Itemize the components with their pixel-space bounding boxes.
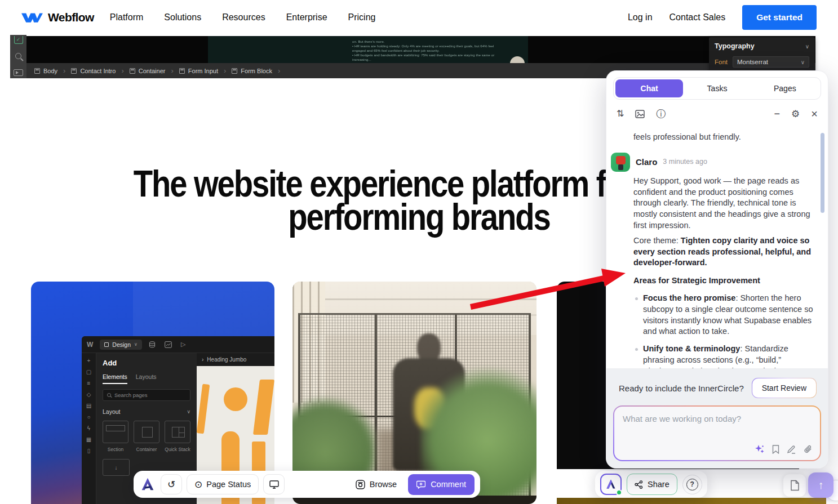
breadcrumb-contact-intro[interactable]: Contact Intro <box>71 68 116 74</box>
nav-item-resources[interactable]: Resources <box>222 12 265 23</box>
pencil-icon[interactable] <box>787 445 796 454</box>
bullet-lead: Focus the hero promise <box>643 293 735 302</box>
nav-right: Log in Contact Sales Get started <box>628 5 817 30</box>
layout-thumb-quick-stack[interactable]: Quick Stack <box>165 421 190 452</box>
browse-label: Browse <box>370 480 397 489</box>
breadcrumb-label: Contact Intro <box>80 68 116 74</box>
breadcrumb-label: Form Input <box>188 68 218 74</box>
comment-button[interactable]: Comment <box>408 474 475 495</box>
tab-layouts[interactable]: Layouts <box>136 373 157 384</box>
layers-icon[interactable]: ▤ <box>86 403 91 409</box>
zoom-icon[interactable] <box>15 53 21 59</box>
preview-play-icon[interactable]: ▷ <box>181 341 185 348</box>
review-question: Ready to include the InnerCircle? <box>619 383 744 393</box>
add-icon[interactable]: + <box>87 358 91 364</box>
element-icon <box>71 68 77 74</box>
author-name: Claro <box>636 157 657 168</box>
tab-pages[interactable]: Pages <box>751 79 819 97</box>
pages-icon[interactable]: ▢ <box>86 369 91 375</box>
nav-links: Platform Solutions Resources Enterprise … <box>110 12 376 23</box>
help-icon: ? <box>686 479 698 490</box>
sort-icon[interactable]: ⇅ <box>617 109 624 118</box>
bookmark-icon[interactable] <box>772 445 779 454</box>
page-status-button[interactable]: ⊙ Page Status <box>187 474 259 494</box>
undo-icon: ↺ <box>167 479 175 490</box>
analytics-chart-icon[interactable] <box>165 341 172 348</box>
message-core-theme: Core theme: Tighten copy clarity and voi… <box>633 235 813 269</box>
help-button[interactable]: ? <box>682 475 702 494</box>
page-notes-button[interactable] <box>783 474 806 497</box>
panel-icon[interactable]: ▯ <box>87 448 91 454</box>
browse-button[interactable]: Browse <box>349 474 404 494</box>
font-label: Font <box>715 59 728 65</box>
breadcrumb-body[interactable]: Body <box>34 68 57 74</box>
design-menu-button[interactable]: Design ∨ <box>100 340 142 350</box>
doc-line: • HR teams are holding steady: Only 4% a… <box>352 44 528 48</box>
breadcrumb-separator: › <box>278 66 280 75</box>
tab-chat[interactable]: Chat <box>615 79 683 97</box>
comment-label: Comment <box>431 480 466 489</box>
assets-icon[interactable]: ○ <box>87 414 90 420</box>
designer-canvas: on. But there's more. • HR teams are hol… <box>26 36 815 63</box>
thumb-label: Container <box>134 447 159 452</box>
chat-actions-row: ⇅ ⓘ − ⚙ × <box>606 100 828 124</box>
browse-eye-icon <box>356 480 365 489</box>
assistant-avatar-button[interactable] <box>600 474 622 495</box>
share-button[interactable]: Share <box>627 474 677 495</box>
chevron-down-icon[interactable]: ∨ <box>187 409 190 414</box>
nav-item-platform[interactable]: Platform <box>110 12 144 23</box>
desktop-preview-button[interactable] <box>263 474 285 494</box>
gear-icon[interactable]: ⚙ <box>791 109 800 119</box>
tab-tasks[interactable]: Tasks <box>683 79 751 97</box>
layout-thumb-section[interactable]: Section <box>103 421 128 452</box>
image-icon[interactable] <box>635 110 645 118</box>
scroll-top-button[interactable]: ↑ <box>808 472 833 498</box>
cms-database-icon[interactable] <box>149 341 156 348</box>
components-icon[interactable]: ◇ <box>87 391 91 398</box>
chat-input[interactable]: What are we working on today? <box>614 407 820 460</box>
element-icon <box>34 68 40 74</box>
thumb-label: Section <box>103 447 128 452</box>
interactions-icon[interactable]: ϟ <box>87 425 90 431</box>
start-review-button[interactable]: Start Review <box>752 378 817 398</box>
grid-icon[interactable]: ▦ <box>86 436 91 443</box>
nav-item-enterprise[interactable]: Enterprise <box>286 12 327 23</box>
close-icon[interactable]: × <box>811 108 818 119</box>
chevron-down-icon[interactable]: ∨ <box>805 43 809 50</box>
heading-jumbo-label[interactable]: Heading Jumbo <box>207 356 246 363</box>
design-mode-icon <box>104 342 109 347</box>
contact-sales-link[interactable]: Contact Sales <box>669 12 726 23</box>
chat-input-placeholder: What are we working on today? <box>623 414 812 423</box>
check-badge-icon[interactable]: ✓ <box>14 36 23 44</box>
get-started-button[interactable]: Get started <box>742 5 817 30</box>
layout-thumb-partial[interactable]: ↓ <box>103 459 130 476</box>
breadcrumb-label: Container <box>139 68 166 74</box>
navigator-icon[interactable]: ≡ <box>87 380 91 386</box>
webflow-logo[interactable]: Webflow <box>21 11 94 24</box>
sparkles-icon[interactable] <box>755 444 765 454</box>
paperclip-icon[interactable] <box>804 445 813 454</box>
chat-message-list: feels professional but friendly. Claro 3… <box>606 124 828 368</box>
thumb-label: Quick Stack <box>165 447 190 452</box>
minimize-icon[interactable]: − <box>774 109 781 119</box>
nav-item-pricing[interactable]: Pricing <box>348 12 376 23</box>
chat-tab-bar: Chat Tasks Pages <box>613 77 821 100</box>
app-logo-icon[interactable] <box>139 476 156 493</box>
search-pages-input[interactable]: Search pages <box>103 389 190 401</box>
login-link[interactable]: Log in <box>628 12 653 23</box>
screen: Webflow Platform Solutions Resources Ent… <box>0 0 838 504</box>
layout-thumb-container[interactable]: Container <box>134 421 159 452</box>
add-panel-title: Add <box>103 359 190 367</box>
breadcrumb-form-input[interactable]: Form Input <box>179 68 218 74</box>
webflow-logo-icon <box>21 11 43 24</box>
chat-scrollbar[interactable] <box>821 133 824 213</box>
breadcrumb-form-block[interactable]: Form Block <box>232 68 272 74</box>
monitor-icon <box>269 480 279 489</box>
font-select[interactable]: Montserrat ∨ <box>733 56 809 68</box>
info-icon[interactable]: ⓘ <box>656 109 666 119</box>
tab-elements[interactable]: Elements <box>103 373 127 384</box>
refresh-button[interactable]: ↺ <box>161 474 182 494</box>
video-icon[interactable] <box>14 69 23 76</box>
nav-item-solutions[interactable]: Solutions <box>164 12 201 23</box>
breadcrumb-container[interactable]: Container <box>130 68 166 74</box>
